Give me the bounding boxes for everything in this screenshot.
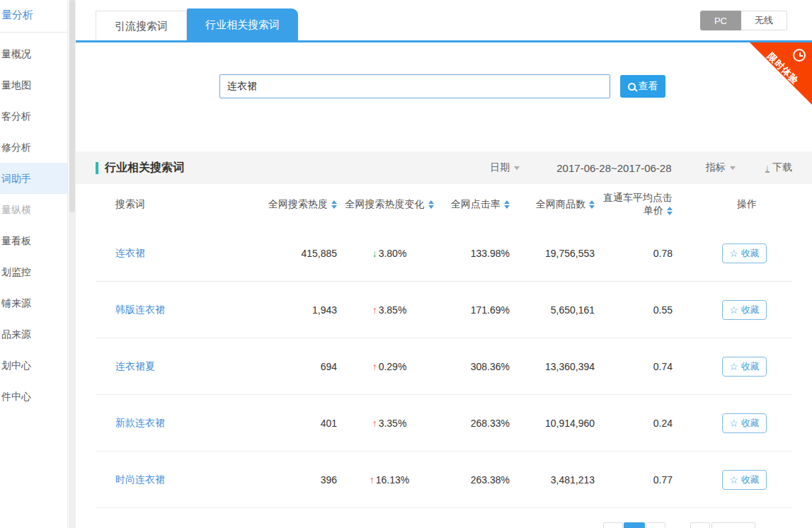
products-value: 5,650,161 (517, 304, 602, 316)
col-header-heat-change: 全网搜索热度变化 (340, 198, 439, 211)
heat-change-value: ↑3.85% (372, 304, 407, 316)
table-row: 连衣裙 415,885 ↓3.80% 133.98% 19,756,553 0.… (96, 225, 792, 282)
star-icon: ☆ (729, 362, 738, 372)
section-header: 行业相关搜索词 日期 2017-06-28~2017-06-28 指标 ↓ 下载 (76, 151, 812, 184)
star-icon: ☆ (729, 418, 738, 428)
sidebar-item-plan-monitor[interactable]: 划监控 (0, 256, 67, 287)
sidebar-scrollbar[interactable] (69, 0, 76, 528)
table-row: 时尚连衣裙 396 ↑16.13% 263.38% 3,481,213 0.77… (96, 452, 792, 508)
sidebar-item-visitor-analysis[interactable]: 客分析 (0, 101, 67, 132)
trend-arrow-icon: ↓ (372, 248, 377, 259)
heat-change-value: ↑0.29% (372, 361, 407, 372)
pagination-next[interactable] (690, 522, 710, 528)
sort-icon[interactable] (667, 207, 673, 215)
date-filter-dropdown[interactable]: 日期 (490, 161, 520, 174)
sort-icon[interactable] (428, 200, 434, 209)
favorite-button[interactable]: ☆收藏 (722, 300, 767, 320)
heat-change-value: ↑16.13% (370, 474, 409, 486)
ctr-value: 308.36% (439, 361, 517, 372)
keyword-link[interactable]: 新款连衣裙 (115, 417, 165, 428)
pagination-page[interactable] (603, 522, 623, 528)
toggle-pc-button[interactable]: PC (700, 11, 741, 30)
section-controls: 日期 2017-06-28~2017-06-28 指标 ↓ 下载 (490, 161, 792, 174)
products-value: 3,481,213 (517, 474, 602, 486)
keyword-input[interactable] (219, 74, 610, 98)
sidebar-item-component-center[interactable]: 件中心 (0, 381, 67, 412)
trial-ribbon[interactable]: 限时体验 (750, 42, 812, 105)
heat-value: 694 (241, 361, 340, 372)
tabs: 引流搜索词 行业相关搜索词 (96, 8, 298, 40)
sidebar-item-traffic-board[interactable]: 量看板 (0, 225, 67, 256)
keyword-link[interactable]: 韩版连衣裙 (115, 304, 165, 315)
heat-value: 396 (241, 474, 340, 486)
keyword-link[interactable]: 连衣裙夏 (115, 360, 155, 372)
sort-icon[interactable] (504, 200, 510, 209)
date-filter-label: 日期 (490, 161, 510, 174)
sidebar-item-decoration-analysis[interactable]: 修分析 (0, 132, 67, 163)
ctr-value: 133.98% (439, 248, 517, 259)
sort-icon[interactable] (331, 200, 337, 209)
download-button[interactable]: ↓ 下载 (765, 161, 793, 174)
cpc-value: 0.78 (602, 248, 676, 259)
favorite-button[interactable]: ☆收藏 (722, 357, 767, 377)
sidebar-item-traffic-overview[interactable]: 量概况 (0, 38, 67, 69)
keyword-link[interactable]: 连衣裙 (115, 247, 145, 258)
sidebar-item-product-source[interactable]: 品来源 (0, 318, 67, 350)
pagination-page-active[interactable] (624, 522, 645, 528)
favorite-button[interactable]: ☆收藏 (722, 470, 767, 490)
chevron-down-icon (730, 166, 736, 170)
ctr-value: 171.69% (439, 304, 517, 316)
pagination-page[interactable] (646, 522, 665, 528)
trend-arrow-icon: ↑ (372, 304, 377, 316)
heat-value: 415,885 (241, 248, 340, 259)
sidebar-item-traffic-map[interactable]: 量地图 (0, 69, 67, 101)
col-header-products: 全网商品数 (517, 198, 602, 211)
pagination-page-size[interactable] (711, 522, 755, 528)
page: 量分析 量概况 量地图 客分析 修分析 词助手 量纵横 量看板 划监控 铺来源 … (0, 0, 812, 528)
heat-change-value: ↓3.80% (372, 248, 407, 259)
tab-referral-search-terms[interactable]: 引流搜索词 (96, 11, 187, 40)
view-button[interactable]: 查看 (620, 75, 665, 98)
table-row: 连衣裙夏 694 ↑0.29% 308.36% 13,360,394 0.74 … (96, 338, 792, 395)
sidebar-item-keyword-assistant[interactable]: 词助手 (0, 163, 67, 194)
clock-icon (793, 49, 806, 62)
cpc-value: 0.77 (602, 474, 676, 486)
sidebar-item-plan-center[interactable]: 划中心 (0, 350, 67, 381)
sidebar-section-traffic-analysis[interactable]: 量分析 (0, 0, 67, 32)
star-icon: ☆ (729, 305, 738, 315)
search-terms-table: 搜索词 全网搜索热度 全网搜索热度变化 全网点击率 全网商品数 直通车平均点击单… (76, 184, 812, 508)
star-icon: ☆ (729, 475, 738, 485)
magnifier-icon (628, 83, 636, 91)
trend-arrow-icon: ↑ (372, 361, 377, 372)
trend-arrow-icon: ↑ (370, 474, 374, 486)
sort-icon[interactable] (589, 200, 595, 209)
heat-value: 1,943 (241, 304, 340, 316)
title-marker (96, 162, 98, 174)
col-header-cpc: 直通车平均点击单价 (602, 192, 676, 217)
favorite-button[interactable]: ☆收藏 (722, 413, 767, 433)
main-content: 引流搜索词 行业相关搜索词 PC 无线 查看 限时体验 行业相关搜索 (76, 0, 812, 528)
date-range[interactable]: 2017-06-28~2017-06-28 (556, 162, 671, 174)
table-header-row: 搜索词 全网搜索热度 全网搜索热度变化 全网点击率 全网商品数 直通车平均点击单… (96, 184, 792, 225)
ctr-value: 268.33% (439, 418, 517, 429)
tab-bar: 引流搜索词 行业相关搜索词 PC 无线 (76, 0, 812, 40)
trend-arrow-icon: ↑ (372, 418, 377, 429)
download-label: 下载 (772, 161, 792, 174)
metric-filter-dropdown[interactable]: 指标 (706, 161, 736, 174)
favorite-button[interactable]: ☆收藏 (722, 243, 767, 263)
sidebar-item-shop-source[interactable]: 铺来源 (0, 287, 67, 318)
toggle-wireless-button[interactable]: 无线 (741, 11, 787, 30)
col-header-heat: 全网搜索热度 (241, 198, 340, 211)
table-row: 韩版连衣裙 1,943 ↑3.85% 171.69% 5,650,161 0.5… (96, 282, 792, 338)
keyword-link[interactable]: 时尚连衣裙 (115, 474, 165, 485)
col-header-keyword: 搜索词 (115, 198, 241, 211)
sidebar-scrollbar-thumb[interactable] (69, 0, 75, 212)
download-icon: ↓ (765, 163, 770, 173)
heat-change-value: ↑3.35% (372, 418, 407, 429)
device-toggle: PC 无线 (700, 11, 787, 30)
products-value: 19,756,553 (517, 248, 602, 259)
sidebar-item-traffic-matrix[interactable]: 量纵横 (0, 194, 67, 225)
cpc-value: 0.55 (602, 304, 676, 316)
tab-industry-related-search-terms[interactable]: 行业相关搜索词 (187, 8, 298, 40)
sidebar-divider (0, 32, 67, 33)
